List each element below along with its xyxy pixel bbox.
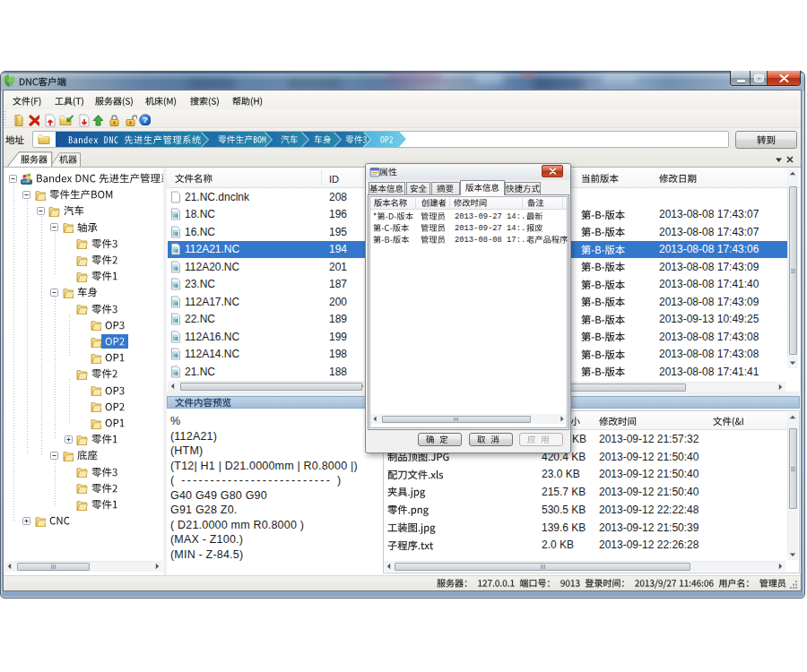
svg-text:?: ? bbox=[143, 115, 148, 125]
